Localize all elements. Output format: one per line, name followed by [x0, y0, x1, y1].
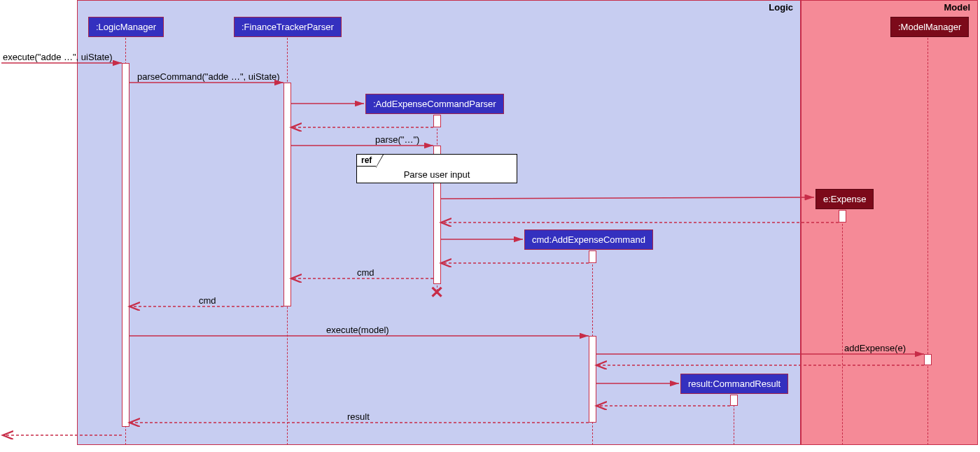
activation-model-manager [924, 354, 932, 365]
participant-finance-tracker-parser: :FinanceTrackerParser [234, 17, 342, 37]
msg-add-expense: addExpense(e) [844, 343, 906, 353]
participant-add-expense-command: cmd:AddExpenseCommand [524, 229, 653, 250]
msg-parse-command: parseCommand("adde …", uiState) [137, 71, 280, 82]
msg-cmd-return-1: cmd [357, 267, 374, 278]
msg-parse: parse("…") [375, 134, 419, 145]
msg-cmd-return-2: cmd [199, 295, 216, 306]
lifeline-model-manager [927, 38, 928, 445]
activation-finance-tracker-parser [284, 83, 291, 306]
participant-model-manager: :ModelManager [890, 17, 969, 37]
msg-execute: execute("adde …", uiState) [3, 52, 113, 62]
destroy-icon: ✕ [430, 284, 444, 301]
activation-expense [839, 210, 846, 223]
participant-expense: e:Expense [816, 189, 874, 209]
activation-logic-manager [122, 63, 130, 427]
ref-fragment: ref Parse user input [356, 154, 517, 183]
ref-tag: ref [357, 155, 376, 167]
activation-add-expense-parser-1 [433, 115, 441, 127]
participant-add-expense-command-parser: :AddExpenseCommandParser [365, 94, 504, 114]
activation-command-result [730, 395, 738, 406]
model-region-label: Model [937, 1, 977, 14]
ref-tag-text: ref [361, 155, 372, 165]
participant-command-result: result:CommandResult [680, 374, 788, 394]
logic-region-label: Logic [762, 1, 800, 14]
ref-text: Parse user input [357, 169, 517, 180]
activation-add-expense-command-1 [589, 250, 596, 263]
msg-result-return: result [347, 411, 370, 422]
msg-execute-model: execute(model) [326, 325, 389, 335]
activation-add-expense-command-2 [589, 336, 596, 423]
model-region: Model [801, 0, 978, 445]
participant-logic-manager: :LogicManager [88, 17, 164, 37]
lifeline-expense [842, 210, 843, 445]
